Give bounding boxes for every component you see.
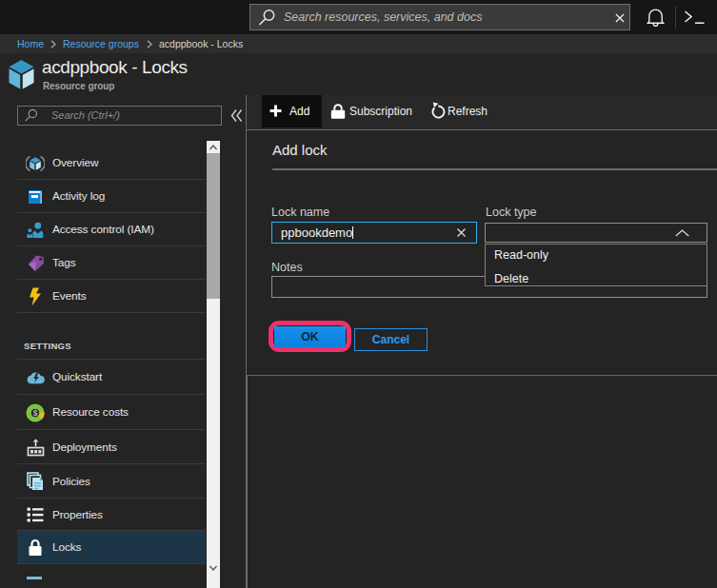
svg-text:$: $ <box>33 408 38 418</box>
